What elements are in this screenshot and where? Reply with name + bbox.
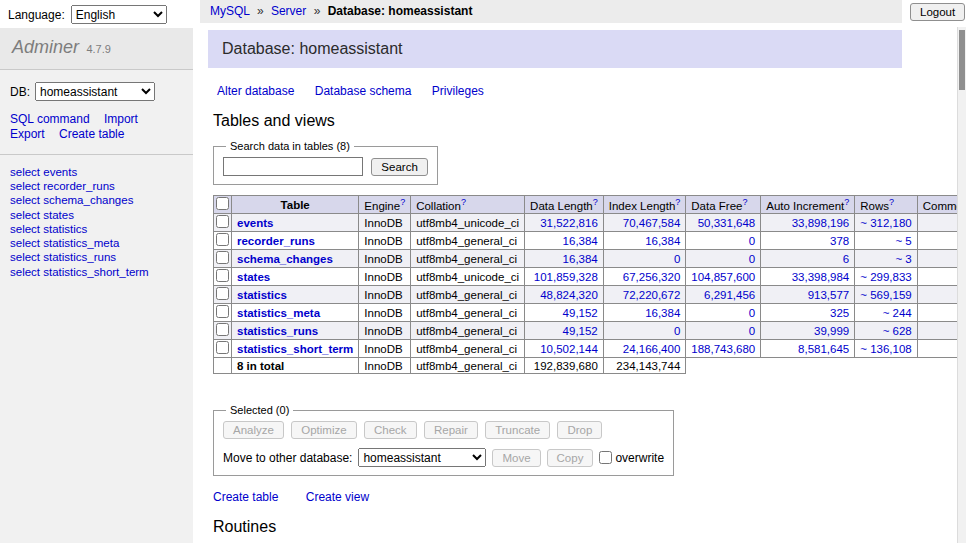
select-all-checkbox[interactable] [216, 197, 229, 210]
help-icon[interactable]: ? [461, 197, 466, 207]
table-name-link[interactable]: schema_changes [237, 253, 333, 265]
index-length-link[interactable]: 24,166,400 [623, 343, 681, 355]
select-link[interactable]: select [10, 266, 40, 278]
database-schema-link[interactable]: Database schema [315, 84, 412, 98]
data-free-link[interactable]: 0 [749, 325, 755, 337]
row-select-checkbox[interactable] [216, 215, 229, 228]
sidebar-create-table-link[interactable]: Create table [59, 127, 124, 141]
select-link[interactable]: select [10, 180, 40, 192]
data-length-link[interactable]: 49,152 [563, 307, 598, 319]
create-view-link[interactable]: Create view [306, 490, 369, 504]
rows-count-link[interactable]: ~ 3 [895, 253, 911, 265]
auto-increment-link[interactable]: 378 [830, 235, 849, 247]
index-length-link[interactable]: 72,220,672 [623, 289, 681, 301]
data-length-link[interactable]: 101,859,328 [534, 271, 598, 283]
data-free-link[interactable]: 0 [749, 307, 755, 319]
index-length-link[interactable]: 16,384 [645, 307, 680, 319]
table-link[interactable]: statistics [43, 223, 87, 235]
data-length-link[interactable]: 49,152 [563, 325, 598, 337]
data-free-link[interactable]: 50,331,648 [698, 217, 756, 229]
repair-button[interactable]: Repair [424, 421, 478, 439]
table-link[interactable]: statistics_meta [43, 237, 119, 249]
table-link[interactable]: recorder_runs [43, 180, 115, 192]
rows-count-link[interactable]: ~ 312,180 [860, 217, 911, 229]
data-length-link[interactable]: 10,502,144 [540, 343, 598, 355]
data-length-link[interactable]: 31,522,816 [540, 217, 598, 229]
row-select-checkbox[interactable] [216, 233, 229, 246]
auto-increment-link[interactable]: 39,999 [814, 325, 849, 337]
index-length-link[interactable]: 70,467,584 [623, 217, 681, 229]
help-icon[interactable]: ? [844, 197, 849, 207]
rows-count-link[interactable]: ~ 244 [883, 307, 912, 319]
app-name[interactable]: Adminer [12, 37, 79, 57]
data-free-link[interactable]: 6,291,456 [704, 289, 755, 301]
sidebar-import-link[interactable]: Import [104, 112, 138, 126]
alter-database-link[interactable]: Alter database [217, 84, 294, 98]
copy-button[interactable]: Copy [547, 449, 594, 467]
db-select[interactable]: homeassistant [35, 82, 155, 101]
index-length-link[interactable]: 67,256,320 [623, 271, 681, 283]
logout-button[interactable]: Logout [910, 3, 965, 21]
select-link[interactable]: select [10, 209, 40, 221]
rows-count-link[interactable]: ~ 628 [883, 325, 912, 337]
auto-increment-link[interactable]: 33,898,196 [792, 217, 850, 229]
optimize-button[interactable]: Optimize [291, 421, 356, 439]
help-icon[interactable]: ? [593, 197, 598, 207]
select-link[interactable]: select [10, 251, 40, 263]
sidebar-sql-command-link[interactable]: SQL command [10, 112, 90, 126]
table-link[interactable]: states [43, 209, 74, 221]
row-select-checkbox[interactable] [216, 305, 229, 318]
move-database-select[interactable]: homeassistant [358, 448, 486, 467]
select-link[interactable]: select [10, 237, 40, 249]
data-length-link[interactable]: 16,384 [563, 235, 598, 247]
table-name-link[interactable]: recorder_runs [237, 235, 315, 247]
help-icon[interactable]: ? [675, 197, 680, 207]
data-free-link[interactable]: 188,743,680 [691, 343, 755, 355]
table-name-link[interactable]: statistics [237, 289, 287, 301]
help-icon[interactable]: ? [742, 197, 747, 207]
auto-increment-link[interactable]: 6 [843, 253, 849, 265]
auto-increment-link[interactable]: 325 [830, 307, 849, 319]
table-name-link[interactable]: statistics_meta [237, 307, 320, 319]
data-length-link[interactable]: 16,384 [563, 253, 598, 265]
rows-count-link[interactable]: ~ 569,159 [860, 289, 911, 301]
drop-button[interactable]: Drop [557, 421, 602, 439]
index-length-link[interactable]: 0 [674, 253, 680, 265]
row-select-checkbox[interactable] [216, 323, 229, 336]
create-table-link[interactable]: Create table [213, 490, 278, 504]
search-button[interactable]: Search [371, 158, 427, 176]
auto-increment-link[interactable]: 913,577 [808, 289, 850, 301]
search-input[interactable] [223, 157, 363, 176]
rows-count-link[interactable]: ~ 299,833 [860, 271, 911, 283]
row-select-checkbox[interactable] [216, 269, 229, 282]
sidebar-export-link[interactable]: Export [10, 127, 45, 141]
data-free-link[interactable]: 0 [749, 253, 755, 265]
move-button[interactable]: Move [492, 449, 540, 467]
select-link[interactable]: select [10, 166, 40, 178]
overwrite-checkbox[interactable] [599, 451, 612, 464]
help-icon[interactable]: ? [400, 197, 405, 207]
select-link[interactable]: select [10, 223, 40, 235]
check-button[interactable]: Check [364, 421, 417, 439]
data-length-link[interactable]: 48,824,320 [540, 289, 598, 301]
auto-increment-link[interactable]: 8,581,645 [798, 343, 849, 355]
table-link[interactable]: statistics_runs [43, 251, 116, 263]
table-name-link[interactable]: events [237, 217, 273, 229]
row-select-checkbox[interactable] [216, 251, 229, 264]
select-link[interactable]: select [10, 194, 40, 206]
scrollbar-thumb[interactable] [959, 30, 965, 90]
table-name-link[interactable]: statistics_runs [237, 325, 318, 337]
index-length-link[interactable]: 16,384 [645, 235, 680, 247]
table-link[interactable]: events [43, 166, 77, 178]
vertical-scrollbar[interactable] [957, 27, 966, 543]
breadcrumb-server-link[interactable]: Server [271, 4, 306, 18]
analyze-button[interactable]: Analyze [223, 421, 284, 439]
data-free-link[interactable]: 104,857,600 [691, 271, 755, 283]
breadcrumb-mysql-link[interactable]: MySQL [210, 4, 250, 18]
table-name-link[interactable]: statistics_short_term [237, 343, 353, 355]
rows-count-link[interactable]: ~ 5 [895, 235, 911, 247]
auto-increment-link[interactable]: 33,398,984 [792, 271, 850, 283]
index-length-link[interactable]: 0 [674, 325, 680, 337]
table-link[interactable]: statistics_short_term [43, 266, 148, 278]
table-link[interactable]: schema_changes [43, 194, 133, 206]
